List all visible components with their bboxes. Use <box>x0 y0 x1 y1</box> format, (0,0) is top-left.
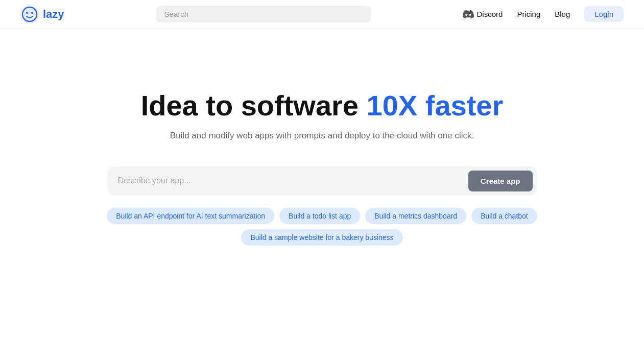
discord-icon <box>463 9 474 20</box>
logo-icon <box>20 5 39 23</box>
suggestion-chip-todo[interactable]: Build a todo list app <box>279 208 360 224</box>
svg-point-3 <box>31 12 33 14</box>
search-input[interactable] <box>156 6 371 22</box>
logo[interactable]: lazy <box>20 5 64 23</box>
suggestions-container: Build an API endpoint for AI text summar… <box>92 208 552 246</box>
login-button[interactable]: Login <box>584 6 624 22</box>
suggestion-chip-chatbot[interactable]: Build a chatbot <box>471 208 537 224</box>
discord-link[interactable]: Discord <box>463 9 503 20</box>
svg-point-0 <box>20 5 39 23</box>
hero-subtitle: Build and modify web apps with prompts a… <box>170 131 474 141</box>
nav: Discord Pricing Blog Login <box>463 6 624 22</box>
discord-label: Discord <box>477 10 503 18</box>
create-app-button[interactable]: Create app <box>468 171 533 191</box>
hero-title: Idea to software 10X faster <box>141 90 504 122</box>
svg-point-2 <box>26 12 28 14</box>
app-input-area: Create app <box>108 166 537 196</box>
pricing-link[interactable]: Pricing <box>517 10 540 18</box>
blog-link[interactable]: Blog <box>555 10 570 18</box>
hero-title-part1: Idea to software <box>141 89 367 122</box>
search-bar <box>156 6 371 22</box>
suggestion-chip-metrics[interactable]: Build a metrics dashboard <box>365 208 466 224</box>
hero-title-highlight: 10X faster <box>367 89 504 122</box>
suggestion-chip-api[interactable]: Build an API endpoint for AI text summar… <box>107 208 274 224</box>
suggestion-chip-bakery[interactable]: Build a sample website for a bakery busi… <box>241 229 402 246</box>
logo-text: lazy <box>43 8 64 21</box>
app-describe-input[interactable] <box>118 176 468 185</box>
